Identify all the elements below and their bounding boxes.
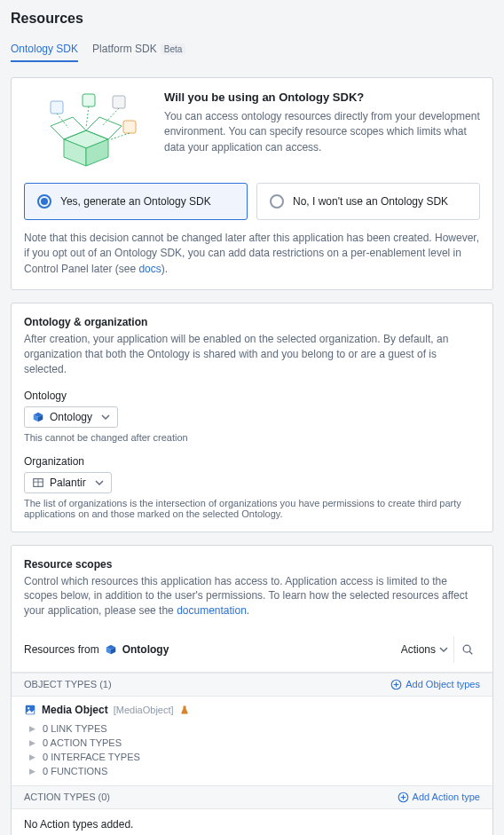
triangle-right-icon: ▶ [29, 752, 35, 761]
tab-platform-label: Platform SDK [92, 43, 157, 55]
choice-no-ontology-sdk[interactable]: No, I won't use an Ontology SDK [256, 183, 480, 220]
tab-platform-sdk[interactable]: Platform SDKBeta [92, 37, 185, 62]
choice-yes-ontology-sdk[interactable]: Yes, generate an Ontology SDK [24, 183, 248, 220]
tree-item-functions[interactable]: ▶0 FUNCTIONS [29, 764, 480, 778]
organization-hint: The list of organizations is the interse… [24, 498, 480, 519]
resources-from-label: Resources from [24, 643, 99, 656]
resource-scopes-card: Resource scopes Control which resources … [11, 545, 493, 835]
radio-icon [37, 194, 51, 209]
svg-line-9 [57, 114, 68, 128]
svg-rect-8 [113, 96, 125, 108]
object-type-name: Media Object [42, 704, 108, 716]
object-type-row: Media Object [MediaObject] ▶0 LINK TYPES… [12, 697, 492, 785]
radio-icon [270, 194, 284, 209]
org-icon [32, 477, 44, 489]
ontology-sdk-intro-card: Will you be using an Ontology SDK? You c… [11, 77, 493, 290]
action-types-header: ACTION TYPES (0) [24, 792, 110, 802]
search-button[interactable] [453, 636, 480, 663]
ontology-organization-card: Ontology & organization After creation, … [11, 303, 493, 532]
choice-no-label: No, I won't use an Ontology SDK [293, 195, 448, 208]
resources-from-ontology-name: Ontology [122, 643, 169, 656]
scopes-title: Resource scopes [24, 558, 480, 571]
svg-line-23 [469, 651, 472, 654]
no-action-types-text: No Action types added. [12, 809, 492, 835]
intro-note: Note that this decision cannot be change… [24, 231, 480, 277]
ontology-field-label: Ontology [24, 390, 480, 402]
intro-heading: Will you be using an Ontology SDK? [164, 91, 480, 104]
organization-select-value: Palantir [50, 477, 86, 489]
cube-icon [32, 411, 44, 423]
org-section-title: Ontology & organization [24, 316, 480, 328]
triangle-right-icon: ▶ [29, 738, 35, 747]
documentation-link[interactable]: documentation [177, 604, 247, 617]
svg-line-11 [102, 108, 119, 126]
svg-point-22 [463, 645, 470, 652]
org-section-desc: After creation, your application will be… [24, 332, 480, 376]
ontology-select[interactable]: Ontology [24, 406, 118, 428]
svg-line-10 [86, 106, 89, 128]
cube-icon [105, 643, 117, 656]
add-object-types-button[interactable]: Add Object types [390, 679, 480, 690]
svg-point-28 [28, 707, 29, 709]
search-icon [461, 643, 474, 656]
triangle-right-icon: ▶ [29, 767, 35, 776]
box-illustration [24, 91, 148, 170]
svg-rect-6 [83, 94, 95, 106]
tree-item-link-types[interactable]: ▶0 LINK TYPES [29, 721, 480, 736]
chevron-down-icon [439, 645, 448, 654]
triangle-right-icon: ▶ [29, 724, 35, 733]
choice-yes-label: Yes, generate an Ontology SDK [60, 195, 211, 208]
object-types-header: OBJECT TYPES (1) [24, 679, 112, 689]
docs-link[interactable]: docs [138, 263, 161, 275]
plus-circle-icon [390, 679, 402, 690]
plus-circle-icon [398, 792, 409, 803]
page-title: Resources [11, 11, 493, 27]
organization-select[interactable]: Palantir [24, 472, 112, 493]
ontology-select-value: Ontology [50, 411, 92, 423]
organization-field-label: Organization [24, 455, 480, 468]
intro-body: You can access ontology resources direct… [164, 109, 480, 155]
svg-rect-7 [123, 121, 136, 133]
ontology-hint: This cannot be changed after creation [24, 432, 480, 443]
beta-badge: Beta [161, 43, 186, 55]
chevron-down-icon [95, 478, 104, 487]
image-icon [24, 704, 36, 716]
tree-item-interface-types[interactable]: ▶0 INTERFACE TYPES [29, 750, 480, 764]
actions-button[interactable]: Actions [396, 640, 453, 659]
experimental-icon [179, 705, 190, 715]
scopes-desc: Control which resources this application… [24, 574, 480, 618]
object-type-api-name: [MediaObject] [114, 705, 174, 715]
tree-item-action-types[interactable]: ▶0 ACTION TYPES [29, 736, 480, 750]
chevron-down-icon [101, 413, 110, 421]
tab-ontology-sdk[interactable]: Ontology SDK [11, 37, 78, 62]
add-action-type-button[interactable]: Add Action type [398, 792, 480, 803]
svg-rect-5 [51, 101, 63, 114]
sdk-tabs: Ontology SDK Platform SDKBeta [11, 37, 493, 63]
